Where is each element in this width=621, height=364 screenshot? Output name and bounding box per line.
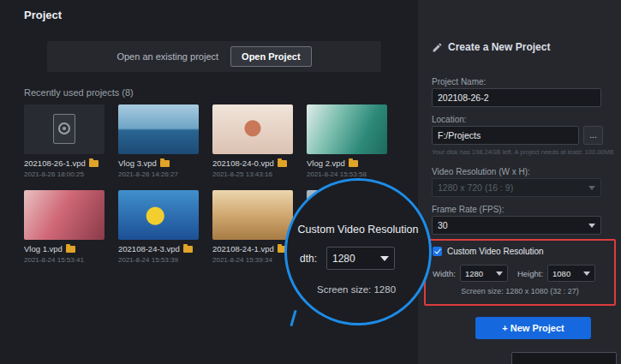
framerate-label: Frame Rate (FPS): [432,205,504,214]
project-item: Vlog 1.vpd 2021-8-24 15:53:41 [24,190,108,264]
chevron-down-icon [583,272,590,276]
project-item: Vlog 3.vpd 2021-8-26 14:26:27 [118,104,202,178]
create-project-panel: Create a New Project Project Name: Locat… [418,0,621,364]
folder-icon[interactable] [89,160,99,167]
height-label: Height: [517,269,543,278]
project-thumbnail[interactable] [212,104,293,154]
project-name: Vlog 3.vpd [118,158,157,168]
project-thumbnail[interactable] [118,104,199,154]
magnifier-title: Custom Video Resolution [287,224,429,236]
chevron-down-icon [496,272,503,276]
custom-resolution-highlight: Custom Video Resolution Width: 1280 Heig… [424,239,616,306]
magnifier-overlay: Custom Video Resolution dth: 1280 Screen… [284,178,432,325]
browse-button[interactable]: ... [583,126,603,145]
framerate-dropdown[interactable]: 30 [432,216,601,235]
project-thumbnail[interactable] [24,190,104,240]
height-dropdown[interactable]: 1080 [547,265,595,282]
folder-icon[interactable] [183,246,193,253]
project-dialog: Project Open an existing project Open Pr… [0,0,621,364]
project-item: 202108-24-3.vpd 2021-8-24 15:53:39 [118,190,202,264]
dialog-title: Project [24,9,62,21]
project-name: 202108-24-3.vpd [118,244,180,254]
width-value: 1280 [465,269,483,278]
magnifier-width-value: 1280 [332,253,355,265]
folder-icon[interactable] [278,160,287,167]
screen-size-text: Screen size: 1280 x 1080 (32 : 27) [426,287,614,295]
custom-resolution-label: Custom Video Resolution [447,247,544,256]
location-label: Location: [432,115,467,124]
chevron-down-icon [588,186,595,190]
custom-resolution-checkbox-row: Custom Video Resolution [433,247,544,256]
panel-header: Create a New Project [432,41,550,53]
project-name: 202108-24-1.vpd [212,244,274,254]
project-name: 202108-26-1.vpd [24,158,86,168]
open-project-bar: Open an existing project Open Project [47,41,381,72]
resolution-dropdown[interactable]: 1280 x 720 (16 : 9) [432,178,601,197]
project-date: 2021-8-25 13:43:16 [212,170,296,178]
project-item: 202108-24-0.vpd 2021-8-25 13:43:16 [212,104,296,178]
project-name: Vlog 2.vpd [307,158,345,168]
width-dropdown[interactable]: 1280 [460,265,508,282]
project-item: Vlog 2.vpd 2021-8-24 15:53:58 [307,104,391,178]
framerate-value: 30 [438,220,448,230]
project-name: 202108-24-0.vpd [212,158,274,168]
new-project-button[interactable]: + New Project [475,317,591,339]
magnifier-width-label: dth: [300,253,317,265]
partial-dropdown[interactable] [511,352,617,364]
project-thumbnail[interactable] [307,104,387,154]
project-name-label: Project Name: [432,77,486,87]
vpd-file-icon [53,114,75,144]
edit-pencil-icon [432,42,443,53]
folder-icon[interactable] [66,246,75,253]
resolution-value: 1280 x 720 (16 : 9) [438,182,513,193]
open-project-button[interactable]: Open Project [230,46,311,67]
custom-resolution-checkbox[interactable] [433,247,442,256]
panel-header-label: Create a New Project [448,41,550,53]
project-date: 2021-8-24 15:53:58 [307,170,391,178]
folder-icon[interactable] [349,160,358,167]
project-name: Vlog 1.vpd [24,244,63,254]
chevron-down-icon [380,256,389,261]
project-thumbnail[interactable] [118,190,199,240]
location-input[interactable] [432,126,579,145]
project-date: 2021-8-24 15:53:41 [24,256,108,264]
folder-icon[interactable] [160,160,170,167]
magnifier-handle [290,310,296,326]
project-date: 2021-8-26 14:26:27 [118,170,202,178]
disk-space-hint: Your disk has 198.24GB left. A project n… [432,148,613,156]
project-date: 2021-8-24 15:53:39 [118,256,202,264]
project-item: 202108-26-1.vpd 2021-8-26 18:00:25 [24,104,108,178]
project-name-input[interactable] [432,88,601,107]
width-height-row: Width: 1280 Height: 1080 [433,265,595,282]
magnifier-width-dropdown: 1280 [326,247,395,270]
width-label: Width: [433,269,456,278]
project-thumbnail[interactable] [24,104,104,154]
project-thumbnail[interactable] [212,190,293,240]
project-date: 2021-8-26 18:00:25 [24,170,108,178]
magnifier-screen-size: Screen size: 1280 [317,284,396,295]
chevron-down-icon [588,224,595,228]
open-existing-label: Open an existing project [116,51,218,62]
height-value: 1080 [552,269,570,278]
recent-projects-label: Recently used projects (8) [24,87,134,98]
resolution-label: Video Resolution (W x H): [432,167,530,176]
